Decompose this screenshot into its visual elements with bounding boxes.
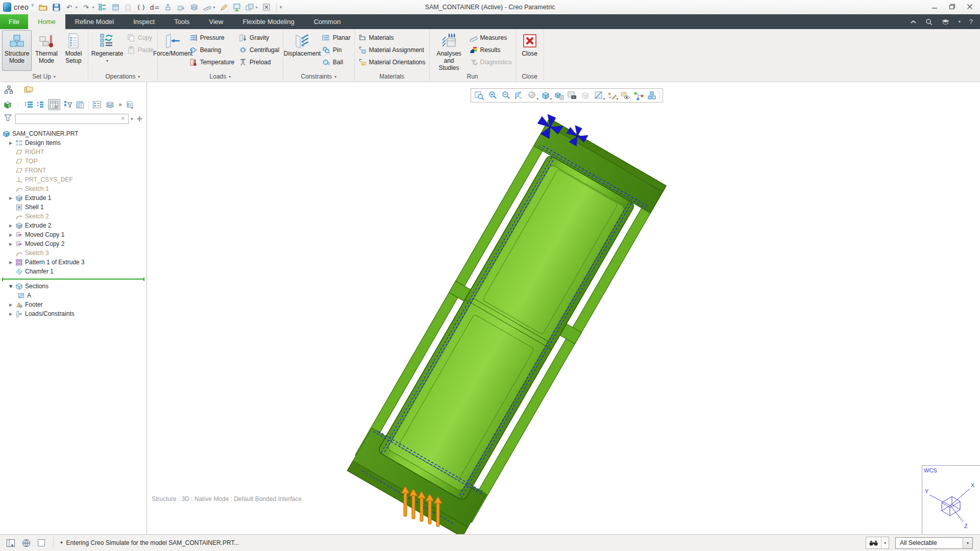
group-label-materials[interactable]: Materials — [355, 71, 429, 82]
saved-orientations-icon[interactable]: ▾ — [539, 89, 552, 102]
undo-icon[interactable]: ↶ — [65, 3, 73, 12]
thermal-mode-button[interactable]: Thermal Mode — [33, 30, 60, 71]
layers-icon[interactable] — [190, 3, 199, 12]
tab-common[interactable]: Common — [304, 14, 351, 29]
pressure-button[interactable]: Pressure — [189, 33, 234, 42]
binoculars-icon[interactable] — [866, 537, 881, 548]
3d-model-scene[interactable] — [147, 82, 980, 534]
expand-arrow[interactable]: ▶ — [8, 141, 13, 145]
group-label-run[interactable]: Run — [430, 71, 516, 82]
expand-arrow[interactable]: ▶ — [8, 233, 13, 237]
model-setup-button[interactable]: Model Setup — [61, 30, 86, 71]
analyses-and-studies-button[interactable]: Analyses and Studies — [432, 30, 467, 71]
close-button[interactable] — [967, 4, 973, 11]
tree-item-extrude-1[interactable]: ▶ Extrude 1 — [0, 193, 146, 203]
zoom-in-icon[interactable] — [486, 89, 499, 102]
tree-layers-icon[interactable] — [105, 99, 115, 110]
tree-search-input[interactable] — [15, 114, 129, 124]
tree-item-extrude-2[interactable]: ▶ Extrude 2 — [0, 221, 146, 230]
section-view-icon[interactable]: ▾ — [592, 89, 605, 102]
tree-item-chamfer-1[interactable]: Chamfer 1 — [0, 267, 146, 276]
tab-home[interactable]: Home — [28, 14, 65, 29]
windows-icon[interactable] — [246, 3, 254, 12]
minimize-button[interactable] — [932, 4, 938, 11]
expand-arrow[interactable]: ▶ — [8, 242, 13, 246]
diagnostics-button[interactable]: Diagnostics — [470, 58, 512, 66]
tree-item-right-plane[interactable]: RIGHT — [0, 147, 146, 157]
tree-more-icon[interactable]: » — [118, 99, 122, 110]
tree-item-front-plane[interactable]: FRONT — [0, 166, 146, 175]
fullscreen-toggle-icon[interactable] — [36, 537, 47, 548]
toolbar-handle-icon[interactable]: ⋮ — [16, 99, 21, 110]
add-filter-icon[interactable]: + — [136, 114, 143, 123]
feature-up-icon[interactable] — [164, 3, 173, 12]
centrifugal-button[interactable]: Centrifugal — [239, 45, 279, 54]
save-icon[interactable] — [52, 3, 60, 12]
material-assignment-button[interactable]: Material Assignment — [358, 45, 426, 54]
tree-item-section-a[interactable]: A — [0, 291, 146, 300]
paste-button[interactable]: Paste — [127, 45, 154, 54]
tab-inspect[interactable]: Inspect — [124, 14, 164, 29]
measure-icon[interactable] — [203, 3, 211, 12]
displacement-button[interactable]: Displacement — [285, 30, 319, 71]
tree-item-shell-1[interactable]: Shell 1 — [0, 203, 146, 212]
tree-item-csys[interactable]: PRT_CSYS_DEF — [0, 175, 146, 184]
clear-search-icon[interactable]: ✕ — [120, 115, 128, 122]
open-icon[interactable] — [39, 3, 47, 12]
search-options-dropdown[interactable]: ▾ — [131, 116, 133, 121]
tree-plan-icon[interactable] — [76, 99, 85, 110]
group-label-set-up[interactable]: Set Up▾ — [0, 71, 88, 82]
zoom-region-icon[interactable] — [473, 89, 485, 102]
redo-icon[interactable]: ↷ — [82, 3, 90, 12]
pin-button[interactable]: Pin — [322, 45, 351, 54]
expand-arrow[interactable]: ▶ — [8, 260, 13, 265]
folder-browser-tab-icon[interactable] — [23, 86, 34, 95]
spin-center-icon[interactable] — [619, 89, 631, 102]
sketch-icon-qat[interactable] — [220, 3, 228, 12]
restore-button[interactable] — [949, 4, 955, 11]
refit-icon[interactable] — [512, 89, 525, 102]
materials-button[interactable]: Materials — [358, 33, 426, 42]
close-window-icon[interactable] — [262, 3, 271, 12]
collapse-arrow[interactable]: ▼ — [8, 284, 13, 289]
ghost-model-icon[interactable] — [579, 89, 592, 102]
search-icon[interactable] — [925, 18, 933, 26]
tree-item-part[interactable]: SAM_CONTAINER.PRT — [0, 129, 146, 138]
force-moment-button[interactable]: Force/Moment — [160, 30, 186, 71]
copy-button[interactable]: Copy — [127, 33, 154, 42]
expand-arrow[interactable]: ▶ — [8, 312, 13, 316]
filter-funnel-icon[interactable] — [4, 114, 12, 123]
group-label-close[interactable]: Close — [516, 71, 544, 82]
display-icon[interactable] — [233, 3, 241, 12]
new-window-icon[interactable] — [111, 3, 119, 12]
search-dropdown[interactable]: ▾ — [881, 537, 889, 548]
paste-special-icon[interactable] — [124, 3, 132, 12]
view-manager-icon[interactable] — [552, 89, 565, 102]
regenerate-qat-icon[interactable] — [99, 3, 107, 12]
expand-all-icon[interactable] — [24, 99, 33, 110]
qat-customize-dropdown[interactable]: ▾ — [280, 5, 282, 10]
tree-item-moved-copy-1[interactable]: ▶ Moved Copy 1 — [0, 230, 146, 239]
tab-refine-model[interactable]: Refine Model — [65, 14, 124, 29]
display-capture-icon[interactable] — [566, 89, 578, 102]
tree-filter-icon[interactable] — [64, 99, 72, 110]
tab-file[interactable]: File — [0, 14, 28, 29]
tab-tools[interactable]: Tools — [164, 14, 199, 29]
results-button[interactable]: Results — [470, 45, 512, 54]
expand-arrow[interactable]: ▶ — [8, 223, 13, 228]
collapse-ribbon-icon[interactable] — [910, 19, 917, 24]
tree-item-sketch-3[interactable]: Sketch 3 — [0, 248, 146, 258]
planar-button[interactable]: Planar — [322, 33, 351, 42]
undo-dropdown[interactable]: ▾ — [75, 5, 77, 10]
tree-item-moved-copy-2[interactable]: ▶ Moved Copy 2 — [0, 239, 146, 248]
expand-arrow[interactable]: ▶ — [8, 196, 13, 201]
tree-item-sections[interactable]: ▼ Sections — [0, 282, 146, 291]
tree-item-sketch-1[interactable]: Sketch 1 — [0, 184, 146, 193]
temperature-button[interactable]: Temperature — [189, 58, 234, 66]
selection-filter-combo[interactable]: All Selectable ▾ — [895, 537, 973, 549]
measures-button[interactable]: Measures — [470, 33, 512, 42]
preload-button[interactable]: Preload — [239, 58, 279, 66]
measure-dropdown[interactable]: ▾ — [213, 5, 215, 10]
browser-toggle-icon[interactable] — [20, 537, 32, 548]
group-label-operations[interactable]: Operations▾ — [88, 71, 157, 82]
